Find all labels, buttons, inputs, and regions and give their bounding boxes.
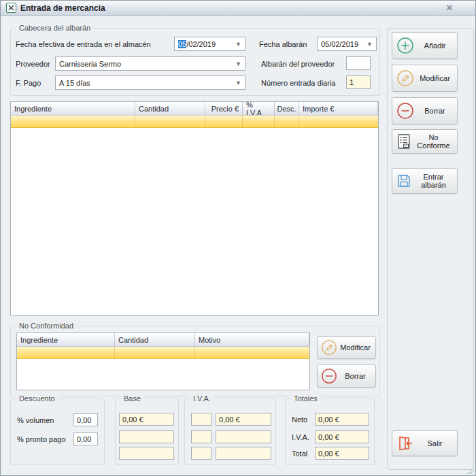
pencil-circle-icon (320, 339, 338, 356)
proveedor-label: Proveedor (16, 60, 50, 68)
column-header-desc[interactable]: Desc. (275, 102, 299, 116)
base-1-field: 0,00 € (119, 413, 174, 426)
totales-iva-field: 0,00 € (315, 430, 369, 443)
pronto-pago-label: % pronto pago (17, 435, 66, 443)
column-header-cantidad[interactable]: Cantidad (135, 102, 205, 116)
minus-circle-icon (395, 102, 415, 120)
nc-modify-button-label: Modificar (338, 343, 373, 352)
table-row[interactable] (17, 347, 309, 359)
exit-door-icon (395, 435, 415, 452)
volumen-label: % volumen (17, 416, 54, 424)
ingredientes-grid[interactable]: Ingrediente Cantidad Precio € % I.V.A. D… (10, 101, 379, 316)
totales-iva-value: 0,00 € (318, 433, 339, 441)
no-conforme-button-label: No Conforme (413, 133, 454, 150)
no-conformidad-title: No Conformidad (16, 322, 76, 330)
descuento-title: Descuento (16, 394, 58, 403)
delete-button[interactable]: Borrar (392, 97, 458, 124)
exit-button-label: Salir (415, 439, 454, 447)
numero-entrada-value: 1 (350, 78, 354, 86)
save-albaran-button[interactable]: Entrar albarán (392, 168, 458, 194)
total-label: Total (292, 449, 307, 458)
chevron-down-icon[interactable]: ▼ (367, 40, 373, 47)
nc-delete-button[interactable]: Borrar (317, 364, 376, 388)
volumen-input[interactable]: 0,00 (73, 413, 98, 426)
titlebar: Entrada de mercancia ✕ (1, 1, 475, 16)
iva-amount-1-field: 0,00 € (216, 413, 271, 426)
fecha-albaran-label: Fecha albarán (259, 40, 307, 48)
iva-amount-1-value: 0,00 € (219, 415, 240, 424)
pencil-circle-icon (395, 69, 415, 87)
add-button-label: Añadir (415, 41, 454, 50)
grid-header-row: Ingrediente Cantidad Precio € % I.V.A. D… (11, 102, 378, 116)
checklist-document-icon (395, 133, 413, 150)
column-header-ingrediente[interactable]: Ingrediente (11, 102, 135, 116)
base-1-value: 0,00 € (122, 415, 143, 424)
f-pago-select[interactable]: A 15 días ▼ (55, 75, 245, 90)
neto-label: Neto (292, 415, 307, 424)
exit-button[interactable]: Salir (392, 430, 458, 456)
totales-iva-label: I.V.A. (292, 433, 309, 441)
pronto-pago-input[interactable]: 0,00 (73, 432, 98, 445)
neto-value: 0,00 € (318, 415, 339, 424)
proveedor-value: Carnisseria Sermo (59, 60, 121, 68)
nc-grid-header-row: Ingrediente Cantidad Motivo (17, 333, 309, 347)
entrada-mercancia-window: Entrada de mercancia ✕ Cabecera del alba… (0, 0, 476, 476)
albaran-proveedor-label: Albarán del proveedor (261, 60, 335, 68)
chevron-down-icon[interactable]: ▼ (235, 40, 241, 47)
volumen-value: 0,00 (77, 416, 91, 424)
close-icon[interactable]: ✕ (443, 3, 456, 14)
base-3-field (119, 447, 174, 460)
column-header-iva[interactable]: % I.V.A. (243, 102, 275, 116)
fecha-entrada-rest: /02/2019 (186, 40, 216, 48)
cabecera-group-title: Cabecera del albarán (16, 24, 93, 32)
nc-column-header-cantidad[interactable]: Cantidad (115, 333, 195, 347)
neto-field: 0,00 € (315, 413, 369, 426)
resize-grip[interactable] (467, 467, 474, 474)
fecha-entrada-selected-segment: 05 (178, 40, 186, 48)
total-field: 0,00 € (315, 447, 369, 460)
f-pago-value: A 15 días (59, 79, 90, 87)
chevron-down-icon[interactable]: ▼ (235, 79, 241, 86)
totales-title: Totales (291, 394, 320, 403)
column-header-importe[interactable]: Importe € (299, 102, 378, 116)
total-value: 0,00 € (318, 449, 339, 458)
proveedor-select[interactable]: Carnisseria Sermo ▼ (55, 56, 245, 71)
nc-column-header-motivo[interactable]: Motivo (195, 333, 309, 347)
save-albaran-button-label: Entrar albarán (413, 173, 454, 189)
fecha-albaran-value: 05/02/2019 (321, 40, 358, 48)
fecha-entrada-label: Fecha efectiva de entrada en el almacén (16, 40, 151, 48)
nc-delete-button-label: Borrar (338, 372, 373, 380)
plus-circle-icon (395, 37, 415, 54)
iva-title: I.V.A. (190, 394, 214, 403)
iva-amount-3-field (216, 447, 271, 460)
base-2-field (119, 430, 174, 443)
add-button[interactable]: Añadir (392, 32, 458, 59)
chevron-down-icon[interactable]: ▼ (235, 60, 241, 67)
no-conforme-button[interactable]: No Conforme (392, 129, 458, 154)
modify-button-label: Modificar (415, 74, 454, 82)
app-icon (6, 3, 16, 13)
iva-pct-2-field (191, 430, 211, 443)
pronto-pago-value: 0,00 (77, 435, 91, 443)
column-header-precio[interactable]: Precio € (205, 102, 243, 116)
f-pago-label: F. Pago (16, 79, 41, 87)
no-conformidad-grid[interactable]: Ingrediente Cantidad Motivo (16, 333, 310, 390)
albaran-proveedor-input[interactable] (346, 56, 371, 70)
table-row[interactable] (11, 116, 378, 128)
numero-entrada-input[interactable]: 1 (346, 75, 371, 89)
iva-amount-2-field (216, 430, 271, 443)
minus-circle-icon (320, 368, 338, 384)
actions-panel (387, 28, 474, 470)
modify-button[interactable]: Modificar (392, 65, 458, 92)
fecha-entrada-datepicker[interactable]: 05/02/2019 ▼ (174, 37, 245, 51)
iva-pct-3-field (191, 447, 211, 460)
nc-column-header-ingrediente[interactable]: Ingrediente (17, 333, 115, 347)
delete-button-label: Borrar (415, 107, 454, 115)
iva-pct-1-field (191, 413, 211, 426)
nc-modify-button[interactable]: Modificar (317, 336, 376, 359)
descuento-group: Descuento (10, 398, 105, 465)
fecha-albaran-datepicker[interactable]: 05/02/2019 ▼ (317, 37, 377, 51)
window-title: Entrada de mercancia (20, 3, 105, 13)
numero-entrada-label: Número entrada diaria (261, 79, 335, 87)
base-title: Base (121, 394, 143, 403)
